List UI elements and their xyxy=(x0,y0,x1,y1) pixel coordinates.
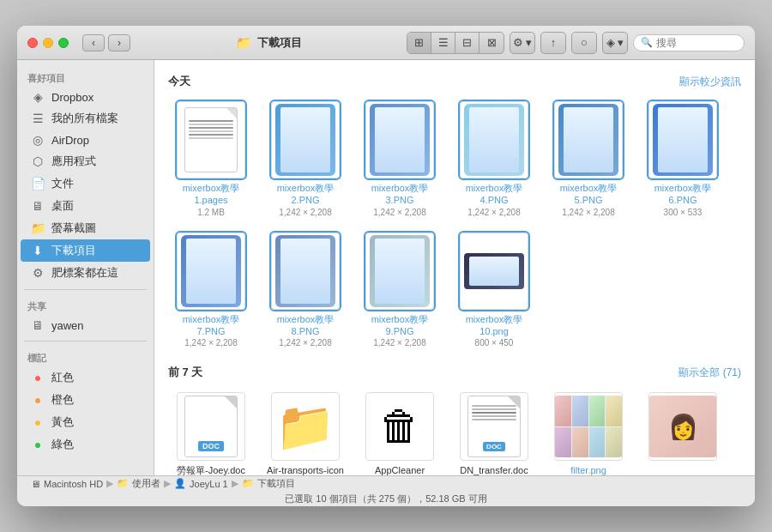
file-thumbnail xyxy=(271,233,340,310)
file-thumbnail xyxy=(177,101,245,178)
file-item[interactable]: mixerbox教學3.PNG 1,242 × 2,208 xyxy=(357,98,443,221)
sidebar-item-label: 我的所有檔案 xyxy=(51,111,118,126)
phone-image xyxy=(370,104,430,176)
file-name: Air-transports-icons xyxy=(266,464,345,475)
today-section-header: 今天 顯示較少資訊 xyxy=(168,74,741,89)
list-view-button[interactable]: ☰ xyxy=(431,33,455,53)
minimize-button[interactable] xyxy=(43,38,53,48)
file-meta: 1,242 × 2,208 xyxy=(467,208,520,217)
fatcow-icon: ⚙ xyxy=(31,266,45,280)
file-item[interactable]: DOC DN_transfer.doc xyxy=(451,389,537,475)
favorites-header: 喜好項目 xyxy=(17,67,154,87)
sidebar-item-desktop[interactable]: 🖥 桌面 xyxy=(21,195,150,217)
file-name: mixerbox教學10.png xyxy=(466,313,523,338)
sidebar-item-airdrop[interactable]: ◎ AirDrop xyxy=(21,130,150,150)
file-thumbnail: DOC xyxy=(460,392,528,461)
file-item[interactable]: mixerbox教學7.PNG 1,242 × 2,208 xyxy=(168,229,254,352)
apps-icon: ⬡ xyxy=(31,154,45,168)
file-name: 勞報單-Joey.doc xyxy=(177,464,245,475)
sidebar-item-downloads[interactable]: ⬇ 下載項目 xyxy=(21,239,150,262)
sidebar-divider-1 xyxy=(24,289,147,290)
file-item[interactable]: mixerbox教學4.PNG 1,242 × 2,208 xyxy=(451,98,537,221)
sidebar-item-yawen[interactable]: 🖥 yawen xyxy=(21,315,150,336)
file-name: mixerbox教學6.PNG xyxy=(654,182,712,207)
file-meta: 800 × 450 xyxy=(475,338,514,348)
sidebar-item-orange[interactable]: ● 橙色 xyxy=(21,389,150,411)
maximize-button[interactable] xyxy=(58,38,69,48)
finder-window: ‹ › 📁 下載項目 ⊞ ☰ ⊟ ⊠ ⚙ ▾ ↑ ○ ◈ xyxy=(17,26,755,506)
file-item[interactable]: mixerbox教學5.PNG 1,242 × 2,208 xyxy=(546,98,631,221)
breadcrumb-item: 📁 xyxy=(242,478,254,489)
sidebar-item-apps[interactable]: ⬡ 應用程式 xyxy=(21,150,150,172)
file-name: mixerbox教學4.PNG xyxy=(466,182,523,207)
file-item[interactable]: mixerbox教學6.PNG 300 × 533 xyxy=(640,98,726,221)
yellow-tag-icon: ● xyxy=(31,415,45,429)
search-box[interactable]: 🔍 xyxy=(633,34,745,51)
action-button[interactable]: ↑ xyxy=(541,33,565,53)
file-item[interactable]: DOC 勞報單-Joey.doc xyxy=(168,389,254,475)
yawen-icon: 🖥 xyxy=(31,318,45,332)
tag-button[interactable]: ○ xyxy=(572,33,596,53)
phone-image xyxy=(275,104,335,176)
dropbox-button-group: ◈ ▾ xyxy=(602,32,628,54)
sidebar-item-red[interactable]: ● 紅色 xyxy=(21,366,150,389)
file-item[interactable]: 👩 xyxy=(640,389,726,475)
sidebar-item-dropbox[interactable]: ◈ Dropbox xyxy=(21,87,150,107)
arrange-button[interactable]: ⚙ ▾ xyxy=(510,33,534,53)
file-item[interactable]: mixerbox教學10.png 800 × 450 xyxy=(451,229,537,352)
breadcrumb-sep: ▶ xyxy=(164,478,171,489)
file-item[interactable]: mixerbox教學9.PNG 1,242 × 2,208 xyxy=(357,229,443,352)
file-item[interactable]: mixerbox教學8.PNG 1,242 × 2,208 xyxy=(262,229,348,352)
file-thumbnail xyxy=(648,101,717,178)
phone-image xyxy=(558,104,618,176)
sidebar-item-green[interactable]: ● 綠色 xyxy=(21,433,150,456)
week-section-header: 前 7 天 顯示全部 (71) xyxy=(168,365,741,380)
cover-flow-button[interactable]: ⊠ xyxy=(479,33,504,53)
file-meta: 300 × 533 xyxy=(664,208,703,217)
search-icon: 🔍 xyxy=(641,37,653,48)
sidebar-item-fatcow[interactable]: ⚙ 肥標案都在這 xyxy=(21,262,150,284)
sidebar-item-label: Dropbox xyxy=(51,91,93,104)
sidebar-item-yellow[interactable]: ● 黃色 xyxy=(21,411,150,433)
search-input[interactable] xyxy=(656,37,737,49)
downloads-icon: ⬇ xyxy=(31,244,45,257)
dropbox-button[interactable]: ◈ ▾ xyxy=(603,33,627,53)
sidebar: 喜好項目 ◈ Dropbox ☰ 我的所有檔案 ◎ AirDrop ⬡ 應用程式… xyxy=(17,60,154,475)
sidebar-item-label: 桌面 xyxy=(51,198,74,214)
sidebar-item-documents[interactable]: 📄 文件 xyxy=(21,172,150,195)
file-item[interactable]: filter.png 3,739 × 1,280 xyxy=(546,389,631,475)
phone-image xyxy=(370,235,430,307)
file-item[interactable]: mixerbox教學2.PNG 1,242 × 2,208 xyxy=(262,98,348,221)
allfiles-icon: ☰ xyxy=(31,112,45,125)
nav-buttons: ‹ › xyxy=(82,34,130,51)
orange-tag-icon: ● xyxy=(31,393,45,407)
file-meta: 1,242 × 2,208 xyxy=(562,208,614,217)
arrange-button-group: ⚙ ▾ xyxy=(510,32,535,54)
trash-icon: 🗑 xyxy=(379,406,420,447)
file-item[interactable]: 🗑 AppCleaner xyxy=(357,389,443,475)
sidebar-item-label: 文件 xyxy=(51,176,74,191)
week-toggle[interactable]: 顯示全部 (71) xyxy=(679,366,741,380)
file-item[interactable]: mixerbox教學1.pages 1.2 MB xyxy=(168,98,254,221)
icon-view-button[interactable]: ⊞ xyxy=(407,33,431,53)
file-name: filter.png xyxy=(570,464,606,475)
sidebar-item-label: AirDrop xyxy=(51,134,89,147)
filter-image xyxy=(555,396,622,457)
today-toggle[interactable]: 顯示較少資訊 xyxy=(679,75,741,89)
file-item[interactable]: 📁 Air-transports-icons xyxy=(262,389,348,475)
column-view-button[interactable]: ⊟ xyxy=(455,33,479,53)
window-title: 下載項目 xyxy=(257,35,302,51)
file-thumbnail xyxy=(365,233,434,310)
close-button[interactable] xyxy=(27,38,38,48)
breadcrumb-text: Macintosh HD xyxy=(44,479,103,489)
sidebar-item-screenshots[interactable]: 📁 螢幕截圖 xyxy=(21,217,150,239)
sidebar-item-allfiles[interactable]: ☰ 我的所有檔案 xyxy=(21,107,150,130)
back-button[interactable]: ‹ xyxy=(82,34,105,51)
file-name: mixerbox教學9.PNG xyxy=(371,313,429,338)
screenshots-icon: 📁 xyxy=(31,221,45,235)
phone-image xyxy=(275,235,335,307)
forward-button[interactable]: › xyxy=(108,34,130,51)
tag-button-group: ○ xyxy=(571,32,597,54)
file-name: mixerbox教學8.PNG xyxy=(277,313,335,338)
documents-icon: 📄 xyxy=(31,177,45,190)
